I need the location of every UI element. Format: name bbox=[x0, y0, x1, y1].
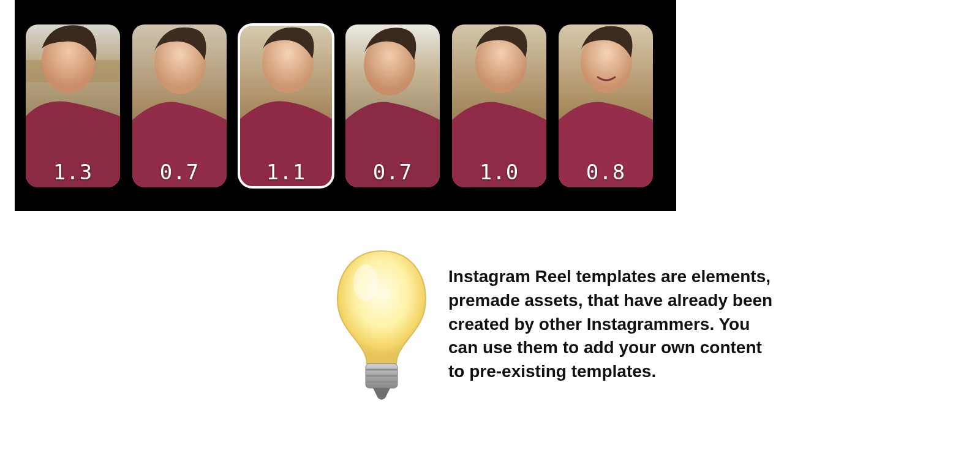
tip-callout: Instagram Reel templates are elements, p… bbox=[330, 245, 783, 404]
reel-clip[interactable]: 1.3 bbox=[26, 24, 120, 187]
reel-clip[interactable]: 1.1 bbox=[239, 24, 333, 187]
reel-clip[interactable]: 1.0 bbox=[452, 24, 546, 187]
svg-point-13 bbox=[353, 264, 378, 301]
clip-thumbnail bbox=[26, 24, 120, 187]
clip-thumbnail bbox=[132, 24, 227, 187]
reel-clip[interactable]: 0.8 bbox=[559, 24, 653, 187]
clip-thumbnail bbox=[452, 24, 546, 187]
reel-clip[interactable]: 0.7 bbox=[132, 24, 227, 187]
clip-thumbnail bbox=[559, 24, 653, 187]
clip-thumbnail bbox=[345, 24, 440, 187]
tip-text: Instagram Reel templates are elements, p… bbox=[448, 265, 783, 383]
lightbulb-icon bbox=[330, 245, 434, 404]
reel-clip-strip: 1.3 0.7 bbox=[15, 0, 676, 211]
reel-clip[interactable]: 0.7 bbox=[345, 24, 440, 187]
clip-thumbnail bbox=[239, 24, 333, 187]
